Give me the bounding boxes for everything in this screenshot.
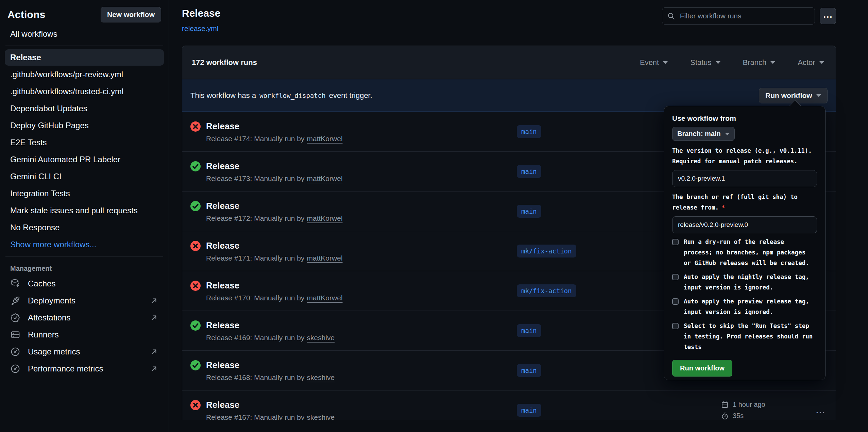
dispatch-banner-text: This workflow has a workflow_dispatch ev… [190, 91, 372, 100]
sidebar-item-deploy-github-pages[interactable]: Deploy GitHub Pages [5, 117, 164, 134]
run-description: Release #174: Manually run bymattKorwel [206, 135, 343, 143]
chevron-down-icon [716, 61, 720, 64]
branch-badge[interactable]: main [517, 404, 541, 417]
run-description: Release #168: Manually run byskeshive [206, 373, 335, 382]
run-description: Release #170: Manually run bymattKorwel [206, 294, 343, 302]
branch-badge[interactable]: main [517, 165, 541, 178]
sidebar-item-no-response[interactable]: No Response [5, 219, 164, 236]
dry-run-checkbox[interactable] [672, 239, 679, 245]
show-more-workflows-link[interactable]: Show more workflows... [5, 236, 164, 253]
actions-page: Actions New workflow All workflows Relea… [0, 0, 868, 432]
cache-icon [10, 279, 20, 289]
chevron-down-icon [770, 61, 775, 64]
sidebar-item-usage-metrics[interactable]: Usage metrics [5, 343, 164, 360]
branch-badge[interactable]: main [517, 364, 541, 377]
run-title-link[interactable]: Release [206, 240, 239, 251]
sidebar-item-mark-stale[interactable]: Mark stale issues and pull requests [5, 202, 164, 219]
actor-link[interactable]: mattKorwel [307, 294, 343, 302]
filter-actor[interactable]: Actor [796, 58, 826, 67]
main-content: Release release.yml ... 172 workflow run… [169, 0, 868, 432]
nightly-tag-option: Auto apply the nightly release tag, inpu… [672, 272, 817, 293]
run-title-link[interactable]: Release [206, 360, 239, 370]
rocket-icon [10, 296, 20, 306]
sidebar-item-trusted-ci[interactable]: .github/workflows/trusted-ci.yml [5, 83, 164, 100]
run-status-failure-icon [190, 400, 201, 410]
sidebar: Actions New workflow All workflows Relea… [0, 0, 169, 432]
stopwatch-icon [721, 412, 729, 420]
dry-run-option: Run a dry-run of the release process; no… [672, 237, 817, 268]
run-kebab-menu[interactable]: ... [816, 409, 836, 412]
nightly-tag-checkbox[interactable] [672, 274, 679, 280]
filter-branch[interactable]: Branch [741, 58, 778, 67]
sidebar-item-runners[interactable]: Runners [5, 326, 164, 343]
run-workflow-dispatch-panel: Use workflow from Branch: main The versi… [664, 106, 826, 380]
sidebar-item-caches[interactable]: Caches [5, 275, 164, 292]
actor-link[interactable]: mattKorwel [307, 175, 343, 182]
branch-badge[interactable]: main [517, 205, 541, 218]
sidebar-item-integration-tests[interactable]: Integration Tests [5, 185, 164, 202]
run-title-link[interactable]: Release [206, 161, 239, 171]
skip-tests-option: Select to skip the "Run Tests" step in t… [672, 321, 817, 352]
run-workflow-dropdown-button[interactable]: Run workflow [759, 88, 828, 103]
calendar-icon [721, 401, 729, 409]
sidebar-item-release[interactable]: Release [5, 49, 164, 66]
skip-tests-checkbox[interactable] [672, 323, 679, 329]
run-description: Release #173: Manually run bymattKorwel [206, 175, 343, 183]
actor-link[interactable]: mattKorwel [307, 254, 343, 262]
chevron-down-icon [663, 61, 668, 64]
branch-badge[interactable]: main [517, 125, 541, 138]
sidebar-item-gemini-pr-labeler[interactable]: Gemini Automated PR Labeler [5, 151, 164, 168]
actor-link[interactable]: skeshive [307, 334, 335, 342]
actor-link[interactable]: skeshive [307, 413, 335, 420]
sidebar-item-e2e-tests[interactable]: E2E Tests [5, 134, 164, 151]
workflow-kebab-button[interactable]: ... [820, 8, 836, 24]
ref-help-text: The branch or ref (full git sha) to rele… [672, 192, 817, 213]
sidebar-item-label: Caches [28, 279, 55, 288]
filter-runs-input[interactable] [679, 12, 810, 20]
sidebar-header: Actions New workflow [7, 7, 161, 22]
run-title-link[interactable]: Release [206, 399, 239, 410]
checkbox-label: Auto apply the preview release tag, inpu… [684, 296, 809, 317]
checkbox-label: Select to skip the "Run Tests" step in t… [684, 321, 813, 352]
filter-event[interactable]: Event [638, 58, 670, 67]
run-status-failure-icon [190, 241, 201, 251]
external-link-icon [150, 347, 158, 356]
sidebar-divider [5, 46, 163, 46]
preview-tag-option: Auto apply the preview release tag, inpu… [672, 296, 817, 317]
new-workflow-button[interactable]: New workflow [101, 7, 161, 22]
run-status-success-icon [190, 201, 201, 211]
branch-badge[interactable]: mk/fix-action [517, 245, 576, 257]
sidebar-item-performance-metrics[interactable]: Performance metrics [5, 360, 164, 377]
branch-badge[interactable]: mk/fix-action [517, 284, 576, 297]
chevron-down-icon [725, 133, 730, 135]
branch-selector-button[interactable]: Branch: main [672, 127, 735, 141]
actor-link[interactable]: skeshive [307, 373, 335, 381]
run-workflow-submit-button[interactable]: Run workflow [672, 360, 732, 377]
sidebar-item-all-workflows[interactable]: All workflows [5, 26, 164, 42]
sidebar-item-attestations[interactable]: Attestations [5, 309, 164, 326]
ref-input[interactable] [672, 216, 817, 233]
run-title-link[interactable]: Release [206, 200, 239, 211]
preview-tag-checkbox[interactable] [672, 298, 679, 305]
actor-link[interactable]: mattKorwel [307, 135, 343, 143]
sidebar-item-gemini-cli-ci[interactable]: Gemini CLI CI [5, 168, 164, 185]
meter-icon [10, 347, 20, 357]
run-title-link[interactable]: Release [206, 320, 239, 331]
run-title-link[interactable]: Release [206, 280, 239, 291]
sidebar-item-label: Deployments [28, 296, 75, 305]
sidebar-item-deployments[interactable]: Deployments [5, 292, 164, 309]
run-title-link[interactable]: Release [206, 121, 239, 132]
workflow-file-link[interactable]: release.yml [182, 24, 218, 33]
sidebar-item-label: Runners [28, 330, 59, 339]
sidebar-item-pr-review[interactable]: .github/workflows/pr-review.yml [5, 66, 164, 83]
sidebar-item-dependabot-updates[interactable]: Dependabot Updates [5, 100, 164, 117]
filter-status[interactable]: Status [688, 58, 722, 67]
run-filters: Event Status Branch Actor [638, 58, 826, 67]
external-link-icon [150, 296, 158, 305]
version-input[interactable] [672, 170, 817, 187]
management-heading: Management [5, 260, 164, 275]
actor-link[interactable]: mattKorwel [307, 214, 343, 222]
filter-runs-search[interactable] [662, 7, 815, 24]
branch-badge[interactable]: main [517, 324, 541, 337]
run-timing: 1 hour ago 35s [721, 401, 816, 420]
